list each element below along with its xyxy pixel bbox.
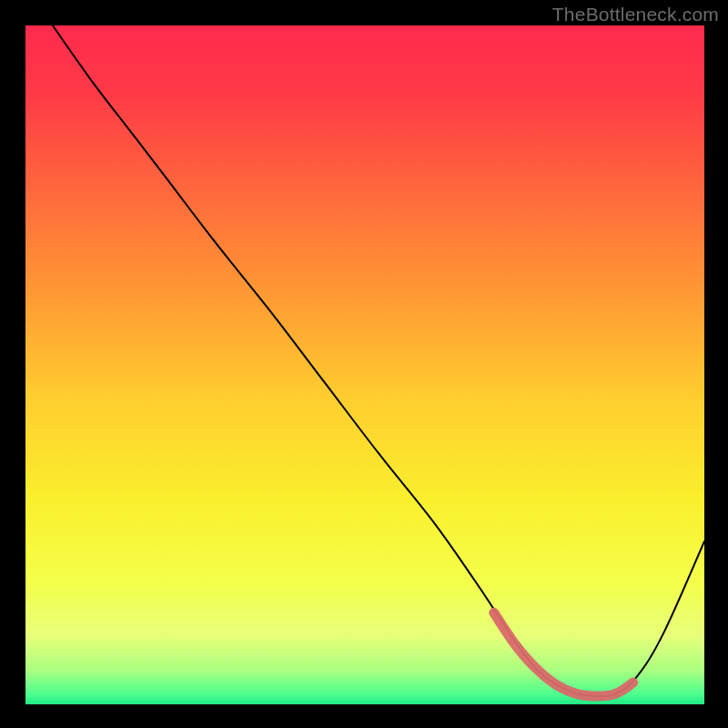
plot-area bbox=[25, 25, 704, 704]
bottleneck-chart bbox=[25, 25, 704, 704]
watermark-text: TheBottleneck.com bbox=[552, 4, 719, 25]
chart-stage: TheBottleneck.com bbox=[0, 0, 728, 728]
